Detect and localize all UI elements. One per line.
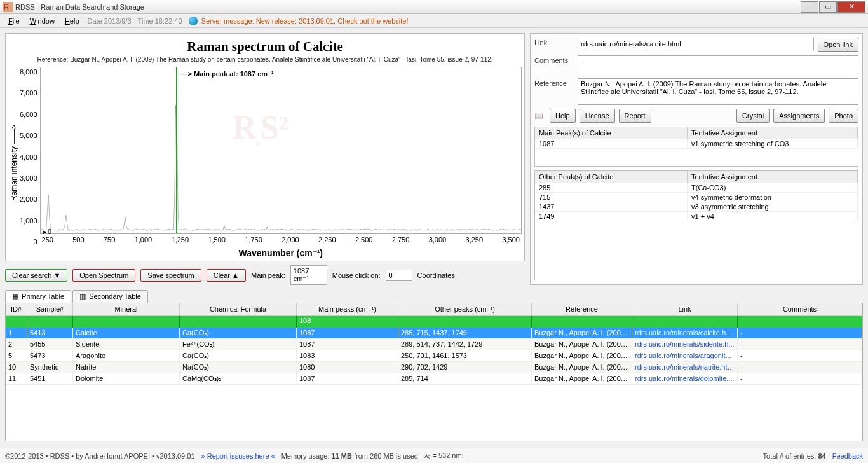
spectrum-plot: Raman spectrum of Calcite Reference: Buz…	[5, 33, 525, 261]
table-icon: ▦	[12, 293, 20, 301]
column-header[interactable]: Other peaks (cm⁻¹)	[398, 303, 532, 315]
status-bar: ©2012-2013 • RDSS • by Andrei Ionut APOP…	[0, 448, 868, 463]
comments-textarea[interactable]: -	[578, 55, 858, 74]
table-row[interactable]: 15413CalciteCa(CO₃)1087285, 715, 1437, 1…	[6, 328, 862, 339]
clear-search-button[interactable]: Clear search ▼	[5, 269, 67, 282]
table-icon: ▥	[79, 293, 87, 301]
data-grid: ID#Sample#MineralChemical FormulaMain pe…	[5, 303, 863, 441]
menubar: File Window Help Date 2013/9/3 Time 16:2…	[0, 14, 868, 28]
table-row[interactable]: 55473AragoniteCa(CO₃)1083250, 701, 1461,…	[6, 350, 862, 362]
save-spectrum-button[interactable]: Save spectrum	[140, 269, 201, 282]
zero-label: ▸ 0	[43, 228, 51, 235]
filter-cell[interactable]	[532, 316, 632, 328]
close-button[interactable]: ✕	[837, 1, 865, 13]
total-entries: Total # of entries: 84	[763, 452, 826, 460]
reference-label: Reference	[534, 78, 574, 87]
other-peaks-col2: Tentative Assignment	[688, 171, 858, 183]
main-peak-value: 1087 cm⁻¹	[290, 265, 327, 285]
main-peaks-col2: Tentative Assignment	[688, 127, 858, 139]
plot-title: Raman spectrum of Calcite	[8, 39, 522, 55]
crystal-button[interactable]: Crystal	[736, 109, 770, 123]
titlebar: R RDSS - Raman Data Search and Storage —…	[0, 0, 868, 14]
main-peaks-table: Main Peak(s) of CalciteTentative Assignm…	[534, 127, 858, 167]
grid-body[interactable]: 15413CalciteCa(CO₃)1087285, 715, 1437, 1…	[6, 328, 862, 441]
filter-cell[interactable]	[738, 316, 862, 328]
copyright: ©2012-2013 • RDSS • by Andrei Ionut APOP…	[5, 452, 195, 460]
table-row[interactable]: 1087v1 symmetric stretching of CO3	[535, 139, 858, 149]
table-row[interactable]: 10SyntheticNatriteNa(CO₃)1080290, 702, 1…	[6, 362, 862, 373]
minimize-button[interactable]: —	[801, 1, 818, 13]
main-peak-field-label: Main peak:	[251, 272, 285, 279]
column-header[interactable]: Reference	[532, 303, 632, 315]
column-header[interactable]: Sample#	[27, 303, 73, 315]
comments-label: Comments	[534, 55, 574, 64]
x-axis-ticks: 2505007501,0001,2501,5001,7502,0002,2502…	[41, 236, 521, 244]
filter-cell[interactable]: 108	[297, 316, 398, 328]
table-row[interactable]: 1437v3 asymmetric stretching	[535, 202, 858, 212]
time-label: Time 16:22:40	[135, 17, 185, 25]
assignments-button[interactable]: Assignments	[773, 109, 825, 123]
x-axis-label: Wavenumber (cm⁻¹)	[40, 248, 522, 258]
link-input[interactable]	[578, 38, 814, 50]
filter-cell[interactable]	[632, 316, 738, 328]
table-row[interactable]: 1749v1 + v4	[535, 212, 858, 221]
table-row[interactable]: 25455SideriteFe²⁺(CO₃)1087289, 514, 737,…	[6, 339, 862, 350]
y-axis-ticks: 8,0007,0006,0005,0004,0003,0002,0001,000…	[20, 67, 40, 258]
filter-cell[interactable]	[180, 316, 297, 328]
plot-toolbar: Clear search ▼ Open Spectrum Save spectr…	[5, 265, 525, 285]
license-button[interactable]: License	[580, 109, 615, 123]
main-peak-label: —> Main peak at: 1087 cm⁻¹	[180, 70, 273, 78]
column-header[interactable]: Link	[632, 303, 738, 315]
book-icon: 📖	[534, 112, 546, 120]
menu-window[interactable]: Window	[25, 16, 59, 26]
filter-cell[interactable]	[73, 316, 180, 328]
column-header[interactable]: Chemical Formula	[180, 303, 297, 315]
reference-textarea[interactable]: Buzgar N., Apopei A. I. (2009) The Raman…	[578, 78, 858, 105]
clear-button[interactable]: Clear ▲	[207, 269, 246, 282]
grid-header: ID#Sample#MineralChemical FormulaMain pe…	[6, 303, 862, 316]
plot-reference: Reference: Buzgar N., Apopei A. I. (2009…	[8, 56, 522, 63]
plot-canvas[interactable]: RDS² —> Main peak at: 1087 cm⁻¹ ▸ 0 2505…	[40, 67, 522, 234]
globe-icon	[189, 17, 198, 25]
column-header[interactable]: Comments	[738, 303, 862, 315]
report-button[interactable]: Report	[619, 109, 651, 123]
column-header[interactable]: Main peaks (cm⁻¹)	[297, 303, 398, 315]
table-row[interactable]: 115451DolomiteCaMg(CO₃)₂1087285, 714Buzg…	[6, 373, 862, 385]
table-row[interactable]: 285T(Ca-CO3)	[535, 183, 858, 193]
menu-file[interactable]: File	[4, 16, 24, 26]
coordinates-label: Coordinates	[417, 272, 455, 279]
main-peak-line	[176, 67, 177, 233]
tab-secondary[interactable]: ▥ Secondary Table	[72, 290, 148, 303]
report-issues-link[interactable]: » Report issuses here «	[201, 452, 275, 460]
mouse-click-label: Mouse click on:	[332, 272, 381, 279]
server-message: Server message: New release: 2013.09.01.…	[201, 17, 409, 25]
other-peaks-col1: Other Peak(s) of Calcite	[535, 171, 688, 183]
mouse-click-input[interactable]	[386, 270, 412, 281]
svg-text:R: R	[4, 3, 9, 11]
grid-filter-row[interactable]: 108	[6, 316, 862, 328]
open-link-button[interactable]: Open link	[818, 38, 858, 52]
table-row[interactable]: 715v4 symmetric deformation	[535, 193, 858, 202]
date-label: Date 2013/9/3	[85, 17, 134, 25]
menu-help[interactable]: Help	[60, 16, 84, 26]
main-peaks-col1: Main Peak(s) of Calcite	[535, 127, 688, 139]
filter-cell[interactable]	[398, 316, 532, 328]
open-spectrum-button[interactable]: Open Spectrum	[72, 269, 135, 282]
filter-cell[interactable]	[6, 316, 27, 328]
y-axis-label: Raman intensity ——>	[8, 67, 20, 258]
photo-button[interactable]: Photo	[829, 109, 858, 123]
maximize-button[interactable]: ▭	[819, 1, 837, 13]
tab-primary[interactable]: ▦ Primary Table	[5, 290, 71, 303]
memory-usage: Memory usage: 11 MB from 260 MB is used	[281, 452, 418, 460]
lambda-label: λ₀ = 532 nm;	[424, 452, 464, 460]
filter-cell[interactable]	[27, 316, 73, 328]
column-header[interactable]: ID#	[6, 303, 27, 315]
link-label: Link	[534, 38, 574, 46]
feedback-link[interactable]: Feedback	[832, 452, 863, 460]
other-peaks-table: Other Peak(s) of CalciteTentative Assign…	[534, 170, 858, 280]
column-header[interactable]: Mineral	[73, 303, 180, 315]
window-title: RDSS - Raman Data Search and Storage	[15, 3, 801, 11]
app-icon: R	[3, 2, 13, 12]
table-tabs: ▦ Primary Table ▥ Secondary Table	[5, 290, 863, 303]
help-button[interactable]: Help	[550, 109, 576, 123]
